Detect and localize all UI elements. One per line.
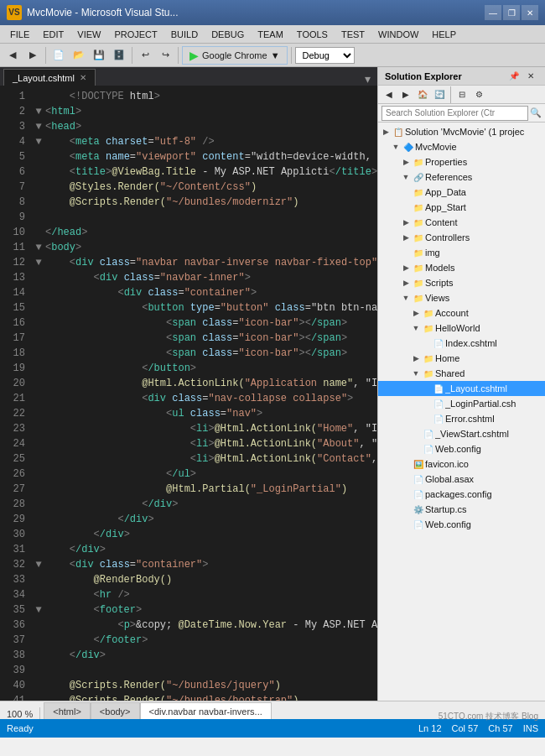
tree-item[interactable]: 📄Error.cshtml xyxy=(378,411,545,426)
expand-icon[interactable]: ▼ xyxy=(34,240,44,255)
se-back-btn[interactable]: ◀ xyxy=(382,87,397,102)
run-dropdown-icon[interactable]: ▼ xyxy=(271,50,280,60)
expand-icon[interactable] xyxy=(34,542,44,557)
tree-arrow-icon[interactable]: ▶ xyxy=(400,233,412,242)
editor-content[interactable]: 1 <!DOCTYPE html>2▼<html>3▼<head>4▼ <met… xyxy=(0,86,377,701)
se-collapse-btn[interactable]: ⊟ xyxy=(454,87,470,102)
expand-icon[interactable] xyxy=(34,527,44,542)
open-button[interactable]: 📂 xyxy=(70,46,88,65)
tree-item[interactable]: 📄packages.config xyxy=(378,487,545,502)
menu-item-file[interactable]: FILE xyxy=(3,28,36,41)
save-all-button[interactable]: 🗄️ xyxy=(110,46,128,65)
tree-arrow-icon[interactable]: ▶ xyxy=(410,309,422,317)
expand-icon[interactable] xyxy=(34,331,44,346)
tree-item[interactable]: ▼🔗References xyxy=(378,169,545,185)
debug-mode-select[interactable]: Debug Release xyxy=(295,47,355,64)
expand-icon[interactable] xyxy=(34,315,44,331)
undo-button[interactable]: ↩ xyxy=(136,46,154,65)
tree-item[interactable]: 📄_LoginPartial.csh xyxy=(378,396,545,411)
expand-icon[interactable] xyxy=(34,164,44,180)
close-button[interactable]: ✕ xyxy=(522,5,538,20)
expand-icon[interactable]: ▼ xyxy=(34,557,44,572)
bottom-tab[interactable]: <body> xyxy=(91,702,140,719)
se-home-btn[interactable]: 🏠 xyxy=(415,87,430,102)
menu-item-team[interactable]: TEAM xyxy=(251,28,290,41)
tree-item[interactable]: ▶📁Content xyxy=(378,215,545,230)
se-forward-btn[interactable]: ▶ xyxy=(398,87,413,102)
tree-arrow-icon[interactable]: ▶ xyxy=(380,128,392,136)
expand-icon[interactable] xyxy=(34,300,44,315)
expand-icon[interactable] xyxy=(34,482,44,497)
pin-button[interactable]: ▾ xyxy=(361,72,374,86)
tree-item[interactable]: 📄_ViewStart.cshtml xyxy=(378,426,545,441)
minimize-button[interactable]: — xyxy=(485,5,501,20)
expand-icon[interactable] xyxy=(34,346,44,361)
expand-icon[interactable] xyxy=(34,210,44,225)
menu-item-edit[interactable]: EDIT xyxy=(36,28,70,41)
tree-arrow-icon[interactable]: ▶ xyxy=(400,263,412,272)
tree-arrow-icon[interactable]: ▶ xyxy=(400,279,412,287)
tree-item[interactable]: ▶📁Scripts xyxy=(378,275,545,290)
expand-icon[interactable]: ▼ xyxy=(34,255,44,270)
expand-icon[interactable]: ▼ xyxy=(34,134,44,149)
menu-item-window[interactable]: WINDOW xyxy=(371,28,425,41)
tree-item[interactable]: ▶📁Controllers xyxy=(378,230,545,245)
tree-item[interactable]: 📄Index.cshtml xyxy=(378,336,545,351)
expand-icon[interactable] xyxy=(34,270,44,285)
tree-arrow-icon[interactable]: ▼ xyxy=(390,143,402,151)
tree-item[interactable]: 📁App_Data xyxy=(378,185,545,200)
expand-icon[interactable]: ▼ xyxy=(34,602,44,618)
tree-item[interactable]: ⚙️Startup.cs xyxy=(378,502,545,517)
menu-item-debug[interactable]: DEBUG xyxy=(205,28,251,41)
tree-arrow-icon[interactable]: ▶ xyxy=(410,354,422,362)
back-button[interactable]: ◀ xyxy=(3,46,22,65)
tree-item[interactable]: ▼🔷MvcMovie xyxy=(378,139,545,154)
save-button[interactable]: 💾 xyxy=(90,46,108,65)
expand-icon[interactable] xyxy=(34,648,44,663)
expand-icon[interactable] xyxy=(34,391,44,406)
tree-item[interactable]: ▶📁Home xyxy=(378,351,545,366)
expand-icon[interactable] xyxy=(34,361,44,376)
tree-item[interactable]: ▶📁Account xyxy=(378,305,545,321)
expand-icon[interactable] xyxy=(34,633,44,648)
tree-item[interactable]: ▼📁HelloWorld xyxy=(378,321,545,336)
tree-arrow-icon[interactable]: ▶ xyxy=(400,158,412,166)
tree-item[interactable]: 📄_Layout.cshtml xyxy=(378,381,545,396)
menu-item-tools[interactable]: TOOLS xyxy=(290,28,335,41)
expand-icon[interactable] xyxy=(34,497,44,512)
expand-icon[interactable]: ▼ xyxy=(34,119,44,134)
expand-icon[interactable] xyxy=(34,436,44,451)
tree-item[interactable]: ▶📁Models xyxy=(378,260,545,275)
tab-close-icon[interactable]: ✕ xyxy=(80,73,86,82)
tree-item[interactable]: ▼📁Shared xyxy=(378,366,545,381)
se-pin-button[interactable]: 📌 xyxy=(506,69,522,84)
expand-icon[interactable] xyxy=(34,618,44,633)
expand-icon[interactable] xyxy=(34,180,44,195)
expand-icon[interactable] xyxy=(34,225,44,240)
expand-icon[interactable] xyxy=(34,467,44,482)
expand-icon[interactable] xyxy=(34,285,44,300)
tree-item[interactable]: 🖼️favicon.ico xyxy=(378,456,545,472)
menu-item-project[interactable]: PROJECT xyxy=(107,28,164,41)
menu-item-view[interactable]: VIEW xyxy=(70,28,107,41)
expand-icon[interactable] xyxy=(34,406,44,421)
se-settings-btn[interactable]: ⚙ xyxy=(471,87,486,102)
expand-icon[interactable] xyxy=(34,512,44,527)
se-refresh-btn[interactable]: 🔄 xyxy=(432,87,447,102)
bottom-tab[interactable]: <div.navbar navbar-invers... xyxy=(140,702,272,719)
expand-icon[interactable] xyxy=(34,149,44,164)
se-search-input[interactable] xyxy=(382,106,528,121)
editor-tab-layout[interactable]: _Layout.cshtml ✕ xyxy=(3,69,96,86)
expand-icon[interactable] xyxy=(34,376,44,391)
tree-item[interactable]: 📄Global.asax xyxy=(378,472,545,487)
tree-item[interactable]: 📄Web.config xyxy=(378,517,545,532)
menu-item-build[interactable]: BUILD xyxy=(164,28,205,41)
menu-item-test[interactable]: TEST xyxy=(335,28,371,41)
se-close-button[interactable]: ✕ xyxy=(523,69,538,84)
menu-item-help[interactable]: HELP xyxy=(425,28,463,41)
tree-item[interactable]: ▶📁Properties xyxy=(378,154,545,169)
tree-arrow-icon[interactable]: ▼ xyxy=(400,294,412,302)
forward-button[interactable]: ▶ xyxy=(23,46,42,65)
expand-icon[interactable] xyxy=(34,451,44,467)
expand-icon[interactable] xyxy=(34,89,44,104)
